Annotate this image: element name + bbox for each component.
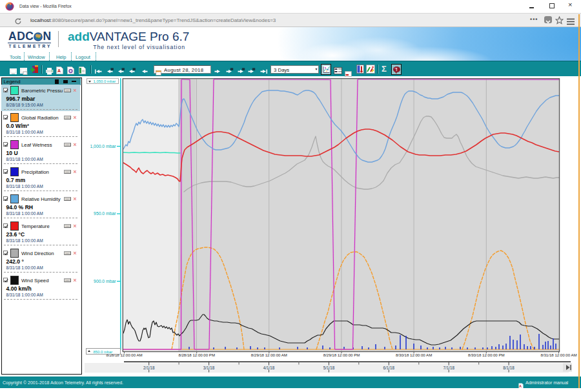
svg-text:8/31/18 12:00:00 AM: 8/31/18 12:00:00 AM	[540, 353, 576, 357]
svg-text:4/1/18: 4/1/18	[263, 366, 275, 370]
svg-text:A: A	[519, 384, 522, 388]
svg-text:950.0 mbar: 950.0 mbar	[94, 211, 116, 216]
svg-text:2/1/18: 2/1/18	[143, 366, 155, 370]
svg-text:5/1/18: 5/1/18	[323, 366, 335, 370]
svg-text:8/28/18 12:00:00 PM: 8/28/18 12:00:00 PM	[178, 353, 215, 357]
svg-text:8/29/18 12:00:00 AM: 8/29/18 12:00:00 AM	[251, 353, 287, 357]
svg-text:8/1/18: 8/1/18	[503, 366, 515, 370]
svg-text:8/29/18 12:00:00 PM: 8/29/18 12:00:00 PM	[323, 353, 360, 357]
svg-text:8/30/18 12:00:00 PM: 8/30/18 12:00:00 PM	[468, 353, 505, 357]
svg-text:6/1/18: 6/1/18	[383, 366, 395, 370]
svg-text:3/1/18: 3/1/18	[203, 366, 215, 370]
svg-text:7/1/18: 7/1/18	[443, 366, 454, 370]
svg-text:1,000.0 mbar: 1,000.0 mbar	[90, 144, 116, 149]
svg-text:900.0 mbar: 900.0 mbar	[94, 279, 116, 284]
svg-text:8/30/18 12:00:00 AM: 8/30/18 12:00:00 AM	[396, 353, 432, 357]
